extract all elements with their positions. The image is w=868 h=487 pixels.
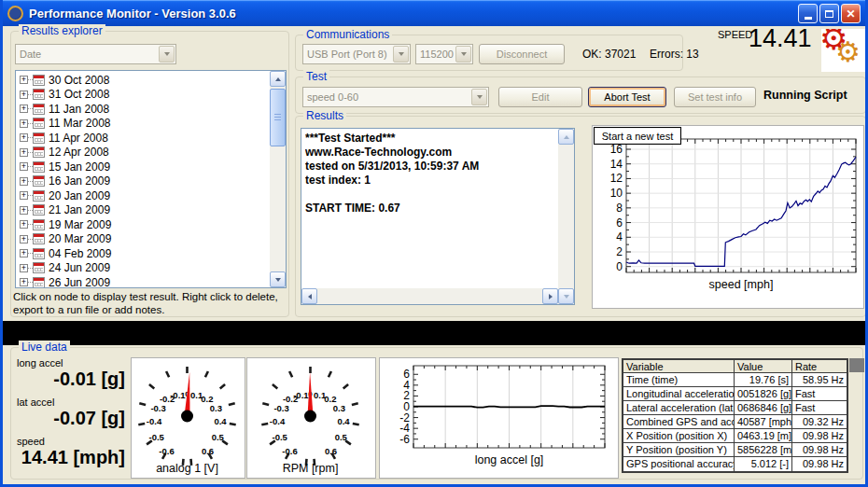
maximize-button[interactable] — [819, 4, 839, 23]
live-data-label: Live data — [19, 341, 70, 354]
expand-icon[interactable]: + — [20, 249, 28, 257]
tree-item-label: 15 Jan 2009 — [49, 160, 110, 174]
table-cell: 5.012 [-] — [735, 457, 792, 471]
tree-item[interactable]: +04 Feb 2009 — [18, 246, 268, 261]
expand-icon[interactable]: + — [20, 104, 28, 113]
test-value: speed 0-60 — [303, 91, 471, 103]
scroll-left-icon[interactable] — [301, 288, 317, 304]
tree-item[interactable]: +16 Jan 2009 — [18, 174, 268, 189]
table-cell: 0463.19 [m] — [735, 429, 792, 443]
expand-icon[interactable]: + — [20, 206, 28, 215]
date-filter-value: Date — [16, 49, 159, 60]
svg-text:16: 16 — [610, 143, 623, 156]
table-row: GPS positional accuracy5.012 [-]09.98 Hz — [623, 457, 847, 471]
scroll-up-icon[interactable] — [558, 129, 574, 145]
tree-item[interactable]: +30 Oct 2008 — [18, 73, 268, 88]
results-log-box[interactable]: ***Test Started*** www.Race-Technology.c… — [301, 128, 575, 305]
svg-text:0.5: 0.5 — [212, 432, 225, 442]
tree-item[interactable]: +26 Jun 2009 — [18, 275, 268, 287]
results-group: Results ***Test Started*** www.Race-Tech… — [295, 116, 866, 317]
long-accel-value: -0.01 [g] — [13, 369, 125, 390]
tree-item[interactable]: +11 Mar 2008 — [18, 117, 268, 132]
tree-item[interactable]: +20 Jan 2009 — [18, 188, 268, 203]
baud-select[interactable]: 115200 — [415, 44, 473, 64]
close-button[interactable]: ✕ — [841, 4, 861, 23]
expand-icon[interactable]: + — [20, 191, 28, 200]
expand-icon[interactable]: + — [20, 235, 28, 244]
tree-item-label: 24 Jun 2009 — [49, 261, 110, 274]
results-log[interactable]: ***Test Started*** www.Race-Technology.c… — [305, 132, 553, 284]
svg-text:0: 0 — [616, 260, 623, 273]
expand-icon[interactable]: + — [20, 119, 28, 128]
expand-icon[interactable]: + — [20, 90, 28, 99]
svg-text:-0.6: -0.6 — [282, 446, 297, 456]
results-tree[interactable]: +30 Oct 2008+31 Oct 2008+11 Jan 2008+11 … — [15, 70, 287, 288]
calendar-icon — [33, 219, 45, 230]
tree-item[interactable]: +19 Mar 2009 — [18, 217, 268, 232]
tree-item-label: 31 Oct 2008 — [49, 88, 109, 101]
port-select[interactable]: USB Port (Port 8) — [302, 44, 411, 64]
tree-item[interactable]: +11 Apr 2008 — [18, 131, 268, 146]
tree-item[interactable]: +11 Jan 2008 — [18, 102, 268, 117]
disconnect-button[interactable]: Disconnect — [479, 44, 565, 64]
close-icon: ✕ — [846, 8, 855, 20]
start-new-test-button[interactable]: Start a new test — [594, 127, 681, 145]
svg-text:8: 8 — [616, 202, 623, 215]
table-row: Longitudinal acceleration0051826 [g]Fast — [623, 387, 847, 401]
expand-icon[interactable]: + — [20, 133, 28, 142]
chevron-down-icon — [455, 46, 471, 63]
tree-item[interactable]: +12 Apr 2008 — [18, 146, 268, 160]
table-header: Rate — [792, 360, 847, 373]
chevron-down-icon — [471, 89, 487, 105]
test-select[interactable]: speed 0-60 — [302, 87, 489, 107]
svg-text:RPM [rpm]: RPM [rpm] — [283, 462, 339, 475]
date-filter-select[interactable]: Date — [15, 44, 176, 64]
set-test-info-button[interactable]: Set test info — [674, 87, 756, 107]
log-hscrollbar[interactable] — [301, 288, 558, 304]
tree-item-label: 21 Jan 2009 — [49, 203, 110, 216]
calendar-icon — [33, 233, 45, 244]
calendar-icon — [33, 75, 45, 86]
tree-item-label: 11 Mar 2008 — [49, 117, 111, 130]
tree-item-label: 19 Mar 2009 — [49, 218, 111, 231]
scrollbar-thumb[interactable] — [270, 89, 286, 146]
tree-item[interactable]: +15 Jan 2009 — [18, 160, 268, 174]
expand-icon[interactable]: + — [20, 177, 28, 186]
scroll-down-icon[interactable] — [270, 271, 286, 287]
expand-icon[interactable]: + — [20, 162, 28, 171]
calendar-icon — [33, 175, 45, 187]
expand-icon[interactable]: + — [20, 220, 28, 229]
scroll-up-icon[interactable] — [270, 71, 286, 87]
title-bar[interactable]: Performance Monitor - Version 3.0.6 ✕ — [0, 0, 868, 26]
table-cell: Time (time) — [623, 373, 735, 387]
tree-item[interactable]: +31 Oct 2008 — [18, 88, 268, 103]
scroll-down-icon[interactable] — [558, 288, 574, 304]
expand-icon[interactable]: + — [20, 76, 28, 84]
live-table: VariableValueRateTime (time)19.76 [s]58.… — [622, 358, 848, 473]
table-header: Value — [735, 360, 792, 373]
expand-icon[interactable]: + — [20, 264, 28, 272]
tree-item[interactable]: +21 Jan 2009 — [18, 203, 268, 218]
svg-text:-0.3: -0.3 — [273, 403, 288, 413]
lat-accel-label: lat accel — [17, 397, 54, 408]
expand-icon[interactable]: + — [20, 278, 28, 286]
tree-item-label: 26 Jun 2009 — [49, 276, 110, 287]
expand-icon[interactable]: + — [20, 148, 28, 157]
log-vscrollbar[interactable] — [558, 129, 574, 304]
minimize-button[interactable] — [798, 4, 818, 23]
scroll-right-icon[interactable] — [542, 288, 558, 304]
table-row: Lateral acceleration (lat a0686846 [g]Fa… — [623, 401, 847, 415]
table-cell: Longitudinal acceleration — [623, 387, 735, 401]
svg-text:6: 6 — [616, 216, 623, 230]
tree-item[interactable]: +20 Mar 2009 — [18, 232, 268, 247]
lat-accel-value: -0.07 [g] — [13, 408, 125, 429]
svg-text:long accel [g]: long accel [g] — [475, 453, 544, 466]
edit-button[interactable]: Edit — [498, 87, 582, 107]
svg-text:-0.6: -0.6 — [159, 446, 174, 456]
table-row: Y Position (position Y)5856228 [m]09.98 … — [623, 443, 847, 457]
tree-scrollbar[interactable] — [270, 71, 286, 287]
table-corner — [849, 358, 864, 372]
table-cell: Fast — [792, 401, 847, 415]
abort-test-button[interactable]: Abort Test — [588, 87, 666, 107]
tree-item[interactable]: +24 Jun 2009 — [18, 261, 268, 276]
